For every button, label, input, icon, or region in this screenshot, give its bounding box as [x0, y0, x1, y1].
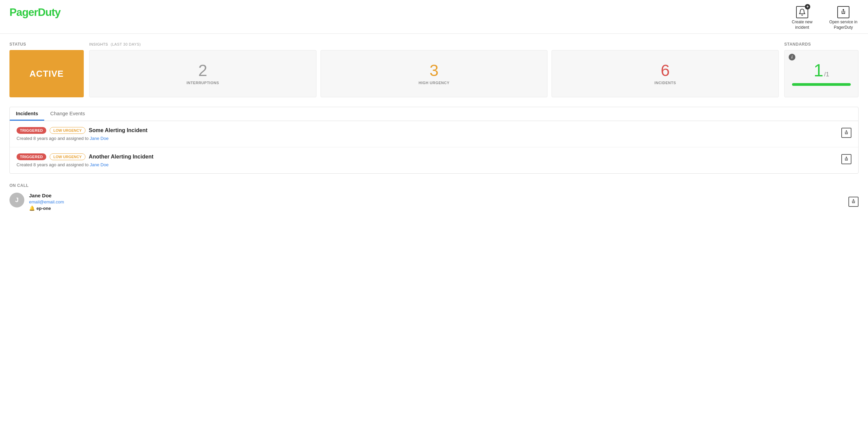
high-urgency-card: 3 HIGH URGENCY: [321, 50, 548, 97]
info-icon: i: [789, 54, 795, 60]
incident-2-meta: Created 8 years ago and assigned to Jane…: [17, 162, 836, 167]
top-row: STATUS ACTIVE INSIGHTS (last 30 days) 2 …: [9, 42, 859, 97]
insights-section: INSIGHTS (last 30 days) 2 INTERRUPTIONS …: [89, 42, 779, 97]
incident-1-open-button[interactable]: [841, 128, 851, 138]
avatar: J: [9, 193, 24, 207]
triggered-badge-2: TRIGGERED: [17, 153, 46, 160]
interruptions-label: INTERRUPTIONS: [186, 81, 219, 85]
incident-1-meta: Created 8 years ago and assigned to Jane…: [17, 136, 836, 141]
incident-1-title: Some Alerting Incident: [89, 127, 148, 133]
oncall-section: ON CALL J Jane Doe email@email.com 🔔 ep-…: [9, 183, 859, 211]
create-incident-button[interactable]: + Create new incident: [787, 6, 817, 30]
standards-bar-fill: [792, 83, 851, 86]
oncall-name: Jane Doe: [29, 193, 64, 198]
incident-item-1: TRIGGERED LOW URGENCY Some Alerting Inci…: [10, 121, 858, 147]
incidents-container: Incidents Change Events TRIGGERED LOW UR…: [9, 107, 859, 174]
logo: PagerDuty: [9, 6, 60, 19]
interruptions-number: 2: [198, 63, 207, 79]
low-urgency-badge-1: LOW URGENCY: [50, 127, 85, 134]
create-incident-label: Create new incident: [792, 20, 812, 30]
open-service-label: Open service in PagerDuty: [829, 20, 857, 30]
low-urgency-badge-2: LOW URGENCY: [50, 153, 85, 160]
standards-denominator: /1: [824, 71, 829, 78]
plus-badge: +: [805, 4, 810, 9]
incidents-number: 6: [661, 63, 670, 79]
high-urgency-label: HIGH URGENCY: [418, 81, 450, 85]
incident-2-title: Another Alerting Incident: [89, 154, 153, 160]
status-value: ACTIVE: [29, 69, 63, 79]
incident-2-assignee[interactable]: Jane Doe: [90, 162, 109, 167]
oncall-left: J Jane Doe email@email.com 🔔 ep-one: [9, 193, 64, 211]
oncall-ep-name: ep-one: [36, 206, 51, 211]
incidents-count-label: INCIDENTS: [655, 81, 676, 85]
incident-1-content: TRIGGERED LOW URGENCY Some Alerting Inci…: [17, 127, 836, 141]
header-actions: + Create new incident Open service in Pa…: [787, 6, 859, 30]
header: PagerDuty + Create new incident: [0, 0, 868, 34]
incident-1-badges: TRIGGERED LOW URGENCY Some Alerting Inci…: [17, 127, 836, 134]
incident-1-assignee[interactable]: Jane Doe: [90, 136, 109, 141]
status-card: ACTIVE: [9, 50, 84, 97]
standards-label: STANDARDS: [784, 42, 859, 47]
standards-numerator: 1: [814, 62, 823, 79]
tabs-container: Incidents Change Events: [10, 107, 858, 121]
standards-card: i 1 /1: [784, 50, 859, 97]
standards-progress-bar: [792, 83, 851, 86]
incident-item-2: TRIGGERED LOW URGENCY Another Alerting I…: [10, 147, 858, 173]
oncall-label: ON CALL: [9, 183, 859, 188]
bell-plus-icon: +: [796, 6, 808, 18]
oncall-info: Jane Doe email@email.com 🔔 ep-one: [29, 193, 64, 211]
insights-title: INSIGHTS: [89, 42, 108, 46]
status-section: STATUS ACTIVE: [9, 42, 84, 97]
standards-section: STANDARDS i 1 /1: [784, 42, 859, 97]
status-label: STATUS: [9, 42, 84, 47]
open-external-icon: [837, 6, 849, 18]
tab-change-events[interactable]: Change Events: [44, 107, 91, 121]
oncall-open-button[interactable]: [848, 197, 859, 207]
insights-period: (last 30 days): [111, 42, 141, 46]
insights-label: INSIGHTS (last 30 days): [89, 42, 779, 47]
bell-icon: 🔔: [29, 205, 35, 211]
high-urgency-number: 3: [430, 63, 439, 79]
incident-2-open-button[interactable]: [841, 154, 851, 164]
open-service-button[interactable]: Open service in PagerDuty: [828, 6, 859, 30]
incidents-count-card: 6 INCIDENTS: [552, 50, 779, 97]
oncall-ep: 🔔 ep-one: [29, 205, 64, 211]
incident-2-badges: TRIGGERED LOW URGENCY Another Alerting I…: [17, 153, 836, 160]
incident-2-content: TRIGGERED LOW URGENCY Another Alerting I…: [17, 153, 836, 167]
tabs: Incidents Change Events: [10, 107, 858, 121]
oncall-email[interactable]: email@email.com: [29, 199, 64, 204]
oncall-item-1: J Jane Doe email@email.com 🔔 ep-one: [9, 193, 859, 211]
tab-incidents[interactable]: Incidents: [10, 107, 44, 121]
interruptions-card: 2 INTERRUPTIONS: [89, 50, 316, 97]
main-content: STATUS ACTIVE INSIGHTS (last 30 days) 2 …: [0, 34, 868, 219]
insights-cards: 2 INTERRUPTIONS 3 HIGH URGENCY 6 INCIDEN…: [89, 50, 779, 97]
triggered-badge-1: TRIGGERED: [17, 127, 46, 134]
